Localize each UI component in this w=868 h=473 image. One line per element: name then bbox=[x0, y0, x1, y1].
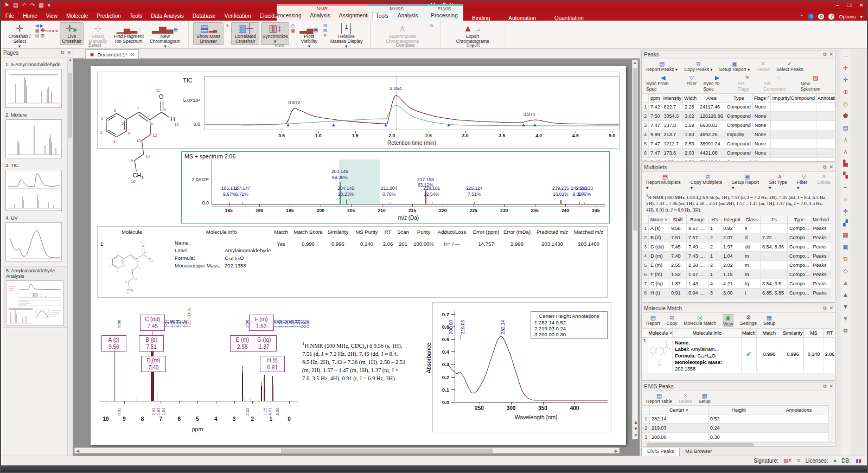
table-row[interactable]: 6F (m)1.521.57 ....11.15mCompo...Peaks bbox=[642, 270, 831, 279]
menu-prediction[interactable]: Prediction bbox=[92, 12, 125, 20]
help-icon[interactable]: ? bbox=[828, 14, 834, 20]
column-header[interactable]: Match bbox=[742, 329, 757, 337]
table-row[interactable]: 1A (s)9.569.57 ....10.92sCompo...Peaks bbox=[642, 224, 831, 233]
scroll-down-icon[interactable]: ▼ bbox=[634, 433, 638, 438]
close-panel-icon[interactable]: ✕ bbox=[829, 164, 833, 170]
report-peaks-button[interactable]: ▤Report Peaks ▾ bbox=[646, 60, 678, 72]
move-up-icon[interactable]: ▲ bbox=[843, 289, 848, 301]
column-header[interactable]: Name ˅ bbox=[649, 215, 669, 224]
column-header[interactable]: Range bbox=[687, 215, 709, 224]
time-sync-icon[interactable]: ◷ bbox=[291, 24, 295, 28]
delete-button[interactable]: ✕Delete bbox=[679, 392, 692, 404]
correlated-crosshair-button[interactable]: ▥┼ Correlated Crosshair bbox=[231, 22, 259, 45]
column-header[interactable]: Width bbox=[683, 94, 698, 103]
float-panel-icon[interactable]: ⧉ bbox=[823, 52, 826, 57]
table-row[interactable]: 57.471212.72.5338991.24CompoundNone bbox=[642, 139, 835, 149]
multiplet-box-f[interactable]: F (m)1.52 bbox=[249, 315, 274, 331]
table-row[interactable]: 1282.140.52 bbox=[642, 414, 829, 424]
tic-chromatogram-plot[interactable]: 5.0×10⁶ 0.0 Retention time (min) 0.51.01… bbox=[205, 76, 620, 149]
close-panel-icon[interactable]: ✕ bbox=[829, 52, 833, 57]
setup-report-button[interactable]: ▣Setup Report ▾ bbox=[732, 173, 762, 190]
clipboard-icon[interactable]: ⧉ bbox=[844, 253, 848, 265]
page-item-1[interactable]: 1. a-Amycinnamaldehyde bbox=[5, 62, 69, 108]
column-header[interactable] bbox=[642, 406, 650, 414]
close-tab-icon[interactable]: ✕ bbox=[130, 52, 135, 57]
column-header[interactable]: H's bbox=[709, 215, 722, 224]
view-button[interactable]: ◉View bbox=[723, 314, 733, 327]
undo-icon[interactable]: ↶ bbox=[22, 2, 26, 8]
menu-file[interactable]: File bbox=[1, 12, 18, 20]
live-crosshair-button[interactable]: ✛▶ Live Crosshair bbox=[60, 22, 84, 45]
column-header[interactable]: Height bbox=[709, 406, 769, 414]
select-manually-button[interactable]: ⊹ Select Manually bbox=[85, 22, 110, 45]
column-header[interactable]: Method bbox=[811, 215, 831, 224]
drag-handle-icon[interactable]: ⋯ bbox=[843, 50, 848, 62]
report-multiplets-button[interactable]: ▤Report Multiplets ▾ bbox=[646, 173, 684, 190]
page-thumbnail-1[interactable] bbox=[5, 69, 62, 108]
document-page[interactable]: 1 2 3 4 5 6 7 8 9 10 11 12 13 bbox=[91, 66, 626, 445]
column-header[interactable]: ppm bbox=[649, 94, 662, 103]
align-bottom-icon[interactable]: ▼ bbox=[843, 312, 848, 324]
app-flag-icon[interactable]: ⚑ bbox=[4, 2, 9, 8]
info-icon[interactable]: i bbox=[808, 14, 814, 20]
tic-plot-area[interactable] bbox=[205, 76, 620, 130]
page-thumbnail-5[interactable] bbox=[6, 280, 63, 326]
menu-data-analysis[interactable]: Data Analysis bbox=[146, 12, 188, 20]
ms-selected-region[interactable] bbox=[339, 159, 381, 204]
column-header[interactable] bbox=[642, 329, 648, 337]
molecule-match-button[interactable]: ◎Molecule Match bbox=[684, 314, 716, 326]
setup-button[interactable]: ▦Setup bbox=[699, 392, 711, 404]
menu-tools[interactable]: Tools bbox=[125, 12, 146, 20]
column-header[interactable]: Annotation bbox=[816, 94, 835, 103]
menu-database[interactable]: Database bbox=[188, 12, 220, 20]
menu-verification[interactable]: Verification bbox=[220, 12, 256, 20]
report-button[interactable]: ▤Report bbox=[646, 314, 660, 326]
table-row[interactable]: 27.503054.33.62126126.86CompoundNone bbox=[642, 112, 835, 121]
multiplet-box-h[interactable]: H (t)0.91 bbox=[260, 356, 285, 372]
send-molecule-icon[interactable]: ▤ bbox=[843, 122, 848, 133]
table-row[interactable]: 17.42822.72.2824117.46CompoundNone bbox=[642, 103, 835, 112]
cube-3d-icon[interactable]: ◇ bbox=[843, 265, 847, 277]
column-header[interactable] bbox=[642, 215, 649, 224]
page-item-2[interactable]: 2. Mixture bbox=[5, 112, 69, 158]
set-compound-button[interactable]: ○Set Compound bbox=[763, 74, 794, 92]
column-header[interactable]: Intensity bbox=[662, 94, 683, 103]
molecule-info-table[interactable]: 1 Name: Label:Amylainamaldehyde Formula:… bbox=[97, 226, 608, 298]
restore-button[interactable]: ❐ bbox=[847, 2, 852, 8]
add-plot-icon[interactable]: ⊞ bbox=[323, 24, 327, 28]
signature-invalid-icon[interactable]: ▤✗ bbox=[783, 458, 792, 463]
close-panel-icon[interactable]: ✕ bbox=[67, 50, 71, 56]
column-header[interactable]: RT bbox=[824, 329, 835, 337]
document-vscrollbar[interactable]: ▲ ▲ ▼ ▼ bbox=[632, 60, 638, 439]
page-nav-icon[interactable]: ▼ bbox=[634, 426, 638, 431]
options-dropdown-icon[interactable]: ▾ bbox=[860, 14, 863, 20]
table-row[interactable]: 37.47337.81.596630.83CompoundNone bbox=[642, 121, 835, 130]
column-header[interactable]: Molecule ˅ bbox=[648, 329, 673, 337]
tab-nmr-analysis[interactable]: Analysis bbox=[307, 12, 333, 19]
show-mass-browser-button[interactable]: ▤▂▃ Show Mass Browser bbox=[193, 22, 224, 45]
molecule-link-icon[interactable]: ✛ bbox=[843, 74, 848, 86]
peak-picking-icon[interactable]: ∧ bbox=[843, 145, 847, 157]
column-header[interactable]: J's bbox=[761, 215, 788, 224]
split-plot-icon[interactable]: ⊟ bbox=[323, 29, 327, 33]
copy-button[interactable]: ⧉Copy bbox=[667, 314, 678, 326]
close-panel-icon[interactable]: ✕ bbox=[829, 383, 833, 389]
lock-orange-icon[interactable]: ▼ bbox=[225, 24, 229, 28]
scroll-left-icon[interactable]: ◀ bbox=[76, 449, 79, 453]
charges-icon[interactable]: ◎ bbox=[843, 98, 848, 110]
align-top-icon[interactable]: ▲ bbox=[843, 277, 848, 289]
close-panel-icon[interactable]: ✕ bbox=[829, 305, 833, 311]
document-tab[interactable]: ▣ Document 1* ✕ bbox=[85, 49, 139, 59]
redo-icon[interactable]: ↷ bbox=[30, 2, 35, 8]
column-header[interactable]: Shift bbox=[669, 215, 687, 224]
filter-button[interactable]: ▽Filter ▾ bbox=[797, 173, 810, 190]
column-header[interactable]: MS Purity bbox=[804, 329, 825, 337]
filter-button[interactable]: ▽Filter bbox=[686, 74, 697, 86]
duplicate-icon[interactable]: ⧉ bbox=[844, 324, 848, 336]
page-item-5-selected[interactable]: 5. Amylainamaldehyde Analysis bbox=[4, 266, 71, 328]
print-icon[interactable]: ▦ bbox=[39, 2, 43, 8]
column-header[interactable]: Impurity/Compound bbox=[771, 94, 816, 103]
set-flags-button[interactable]: ⚑Set Flags bbox=[738, 74, 757, 92]
multiplet-box-c[interactable]: C (dd)7.45 bbox=[140, 315, 165, 331]
delete-button[interactable]: ✕Delete bbox=[817, 173, 831, 185]
